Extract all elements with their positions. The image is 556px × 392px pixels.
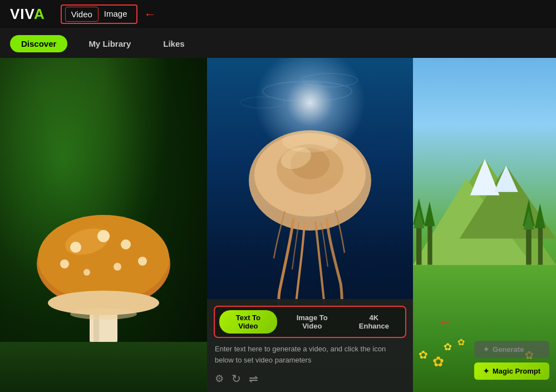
flower-3: ✿: [444, 341, 452, 353]
discover-button[interactable]: Discover: [10, 35, 67, 52]
magic-icon: ✦: [483, 367, 489, 375]
sliders-icon[interactable]: ⚙: [215, 373, 224, 385]
svg-point-13: [70, 308, 137, 320]
svg-point-9: [83, 269, 90, 276]
logo: VIVA: [10, 6, 45, 23]
tab-text-to-video[interactable]: Text To Video: [219, 310, 277, 334]
red-arrow-top-icon: ←: [144, 7, 156, 22]
generate-button[interactable]: ✦ Generate: [474, 341, 549, 358]
header: VIVA Video Image ←: [0, 0, 556, 29]
right-action-buttons: ✦ Generate ✦ Magic Prompt: [474, 341, 549, 380]
svg-point-4: [60, 259, 69, 268]
jellyfish-svg: [232, 102, 388, 325]
svg-point-15: [302, 74, 357, 87]
panel-placeholder-text: Enter text here to generate a video, and…: [207, 338, 413, 369]
svg-point-6: [121, 239, 131, 249]
svg-point-22: [282, 130, 338, 153]
svg-marker-37: [535, 204, 545, 228]
mushroom-column: [0, 58, 207, 392]
refresh-icon[interactable]: ↻: [232, 372, 241, 385]
sparkle-icon: ✦: [483, 345, 489, 354]
tab-video[interactable]: Video: [65, 7, 99, 22]
tab-image[interactable]: Image: [99, 7, 133, 22]
ground: [0, 342, 207, 392]
navbar: Discover My Library Likes: [0, 29, 556, 58]
magic-prompt-button[interactable]: ✦ Magic Prompt: [474, 362, 549, 380]
arrow-annotation-top: ←: [144, 7, 156, 22]
jellyfish-column: Text To Video Image To Video 4K Enhance …: [207, 58, 413, 392]
likes-button[interactable]: Likes: [152, 35, 195, 52]
red-arrow-panel: ←: [437, 313, 453, 331]
svg-point-8: [114, 263, 121, 271]
tab-4k-enhance[interactable]: 4K Enhance: [347, 310, 401, 334]
tab-image-to-video[interactable]: Image To Video: [281, 310, 344, 334]
my-library-button[interactable]: My Library: [77, 35, 142, 52]
svg-rect-36: [538, 224, 543, 265]
svg-point-3: [70, 242, 81, 253]
svg-point-1: [38, 215, 169, 302]
svg-marker-32: [424, 202, 435, 226]
flower-6: ✿: [457, 337, 465, 347]
svg-point-7: [138, 257, 147, 266]
trees-svg: [413, 198, 556, 265]
panel-icon-row: ⚙ ↻ ⇌: [207, 369, 413, 392]
panel-tab-row: Text To Video Image To Video 4K Enhance: [214, 306, 406, 338]
equalizer-icon[interactable]: ⇌: [249, 372, 258, 385]
flower-2: ✿: [432, 354, 444, 370]
svg-point-5: [97, 230, 110, 242]
content-area: Text To Video Image To Video 4K Enhance …: [0, 58, 556, 392]
mushroom-image: [0, 58, 207, 392]
svg-rect-31: [427, 222, 432, 265]
header-tab-group: Video Image: [61, 4, 137, 24]
bottom-panel: Text To Video Image To Video 4K Enhance …: [207, 299, 413, 392]
red-arrow-panel-icon: ←: [437, 313, 453, 331]
flower-1: ✿: [419, 348, 428, 361]
mushroom-svg: [31, 192, 176, 347]
